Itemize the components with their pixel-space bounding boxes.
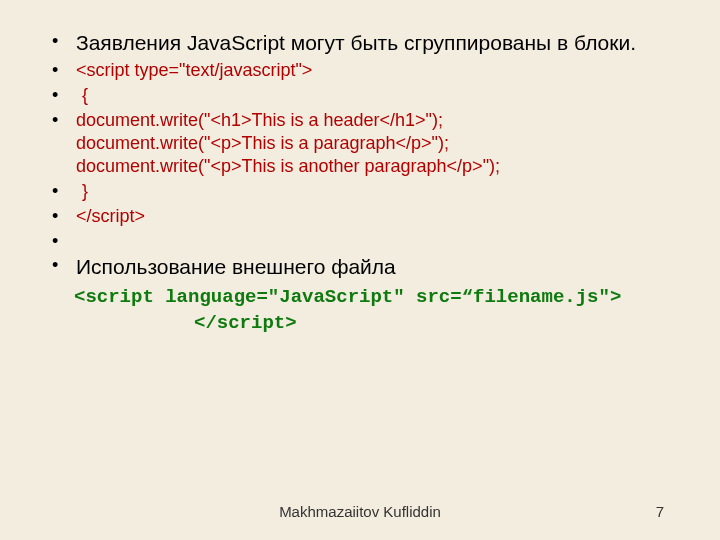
bullet-script-close: </script> [40,205,680,228]
page-number: 7 [656,503,664,520]
code-line: <script language="JavaScript" src=“filen… [74,285,680,311]
code-line: document.write("<p>This is a paragraph</… [76,132,680,155]
spacer [40,230,680,252]
bullet-script-open: <script type="text/javascript"> [40,59,680,82]
bullet-text: Заявления JavaScript могут быть сгруппир… [76,31,636,54]
footer-author: Makhmazaiitov Kufliddin [0,503,720,520]
slide: Заявления JavaScript могут быть сгруппир… [0,0,720,540]
code-line: </script> [74,311,680,337]
bullet-text: Использование внешнего файла [76,255,396,278]
bullet-brace-open: { [40,84,680,107]
bullet-external-file: Использование внешнего файла [40,254,680,281]
code-line: document.write("<h1>This is a header</h1… [76,109,680,132]
external-script-code: <script language="JavaScript" src=“filen… [74,285,680,336]
code-text: { [76,85,88,105]
bullet-brace-close: } [40,180,680,203]
bullet-document-write-block: document.write("<h1>This is a header</h1… [40,109,680,178]
code-text: </script> [76,206,145,226]
code-line: document.write("<p>This is another parag… [76,155,680,178]
bullet-statement-grouping: Заявления JavaScript могут быть сгруппир… [40,30,680,57]
code-text: } [76,181,88,201]
code-text: <script type="text/javascript"> [76,60,312,80]
bullet-list: Заявления JavaScript могут быть сгруппир… [40,30,680,281]
